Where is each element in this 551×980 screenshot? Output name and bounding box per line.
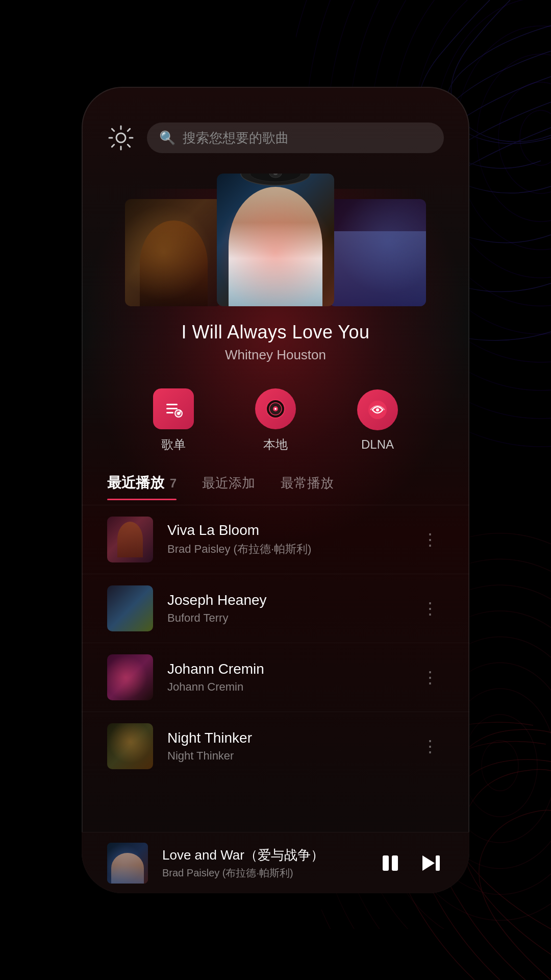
nav-playlist[interactable]: 歌单	[153, 388, 194, 453]
vinyl-record	[240, 174, 311, 186]
player-song-title: Love and War（爱与战争）	[162, 846, 363, 864]
more-button[interactable]: ⋮	[417, 731, 444, 761]
nav-dlna[interactable]: DLNA	[357, 389, 398, 452]
search-bar[interactable]: 🔍 搜索您想要的歌曲	[147, 122, 444, 153]
player-info: Love and War（爱与战争） Brad Paisley (布拉德·帕斯利…	[162, 846, 363, 880]
svg-point-0	[116, 133, 126, 142]
featured-song-title: I Will Always Love You	[82, 322, 469, 343]
song-thumbnail	[107, 654, 153, 700]
song-thumbnail	[107, 517, 153, 562]
svg-rect-6	[166, 408, 178, 409]
song-title: Night Thinker	[167, 730, 403, 746]
nav-playlist-label: 歌单	[161, 436, 186, 453]
album-card-left[interactable]	[125, 199, 222, 306]
tab-added[interactable]: 最近添加	[202, 474, 255, 499]
settings-icon[interactable]	[107, 124, 135, 152]
song-info: Johann Cremin Johann Cremin	[167, 661, 403, 694]
song-artist-name: Brad Paisley (布拉德·帕斯利)	[167, 542, 403, 557]
song-item[interactable]: Viva La Bloom Brad Paisley (布拉德·帕斯利) ⋮	[82, 505, 469, 574]
player-controls	[378, 850, 444, 876]
svg-point-14	[274, 408, 277, 410]
song-title: Johann Cremin	[167, 661, 403, 677]
player-artist: Brad Paisley (布拉德·帕斯利)	[162, 866, 363, 880]
nav-dlna-label: DLNA	[361, 437, 394, 452]
tabs-row: 最近播放 7 最近添加 最常播放	[82, 463, 469, 505]
tab-count: 7	[166, 476, 177, 490]
song-info: Joseph Heaney Buford Terry	[167, 592, 403, 625]
song-artist-name: Johann Cremin	[167, 680, 403, 694]
svg-rect-7	[166, 412, 173, 413]
more-button[interactable]: ⋮	[417, 663, 444, 692]
song-info: Viva La Bloom Brad Paisley (布拉德·帕斯利)	[167, 522, 403, 557]
player-bar: Love and War（爱与战争） Brad Paisley (布拉德·帕斯利…	[82, 832, 469, 893]
svg-rect-18	[392, 855, 398, 871]
song-info: Night Thinker Night Thinker	[167, 730, 403, 763]
song-list: Viva La Bloom Brad Paisley (布拉德·帕斯利) ⋮ J…	[82, 505, 469, 780]
more-button[interactable]: ⋮	[417, 525, 444, 554]
album-carousel	[82, 168, 469, 311]
playlist-icon	[153, 388, 194, 429]
now-playing: I Will Always Love You Whitney Houston	[82, 311, 469, 368]
more-button[interactable]: ⋮	[417, 594, 444, 623]
svg-rect-17	[383, 855, 389, 871]
nav-local[interactable]: 本地	[255, 388, 296, 453]
song-thumbnail	[107, 585, 153, 631]
song-thumbnail	[107, 723, 153, 769]
song-artist-name: Night Thinker	[167, 749, 403, 763]
svg-point-16	[376, 408, 379, 411]
search-icon: 🔍	[159, 130, 176, 146]
song-item[interactable]: Johann Cremin Johann Cremin ⋮	[82, 643, 469, 712]
svg-rect-19	[436, 855, 440, 871]
pause-button[interactable]	[378, 850, 403, 876]
song-title: Viva La Bloom	[167, 522, 403, 538]
tab-recent[interactable]: 最近播放 7	[107, 473, 177, 500]
song-title: Joseph Heaney	[167, 592, 403, 608]
next-button[interactable]	[418, 850, 444, 876]
song-item[interactable]: Night Thinker Night Thinker ⋮	[82, 712, 469, 780]
song-artist-name: Buford Terry	[167, 611, 403, 625]
nav-icons: 歌单 本地	[82, 368, 469, 463]
search-placeholder: 搜索您想要的歌曲	[183, 129, 289, 147]
header: 🔍 搜索您想要的歌曲	[82, 87, 469, 168]
album-card-right[interactable]	[329, 199, 426, 306]
svg-rect-5	[166, 404, 178, 405]
phone-inner: 🔍 搜索您想要的歌曲	[82, 87, 469, 893]
local-icon	[255, 388, 296, 429]
player-thumbnail	[107, 843, 148, 884]
album-card-center[interactable]	[217, 174, 334, 306]
song-item[interactable]: Joseph Heaney Buford Terry ⋮	[82, 574, 469, 643]
dlna-icon	[357, 389, 398, 430]
featured-artist: Whitney Houston	[82, 347, 469, 363]
nav-local-label: 本地	[263, 436, 288, 453]
phone-frame: 🔍 搜索您想要的歌曲	[82, 87, 469, 893]
tab-frequent[interactable]: 最常播放	[281, 474, 334, 499]
